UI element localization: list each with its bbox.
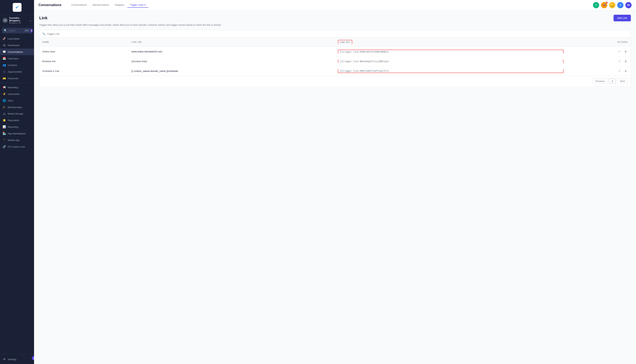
page-title: Conversations [39, 3, 62, 7]
sidebar-item-label: App Marketplace [8, 132, 26, 135]
edit-row1-button[interactable]: ✏ [618, 49, 621, 54]
sidebar-item-label: Media Storage [8, 112, 23, 115]
sidebar-item-label: Mobile App [8, 139, 20, 142]
user-avatar[interactable]: SD [625, 2, 631, 8]
memberships-icon: 🎓 [3, 106, 6, 109]
page-1-button[interactable]: 1 [609, 78, 616, 84]
notification-badge: 1 [606, 2, 608, 4]
sidebar-item-app-marketplace[interactable]: 🏪 App Marketplace [0, 130, 34, 137]
sidebar-item-contacts[interactable]: 👥 Contacts [0, 62, 34, 68]
conversations-icon: 💬 [3, 50, 6, 54]
delete-row2-button[interactable]: 🗑 [624, 59, 628, 64]
sidebar-item-conversations[interactable]: 💬 Conversations [0, 48, 34, 55]
edit-row2-button[interactable]: ✏ [618, 59, 621, 64]
page-description: Trigger links allow you to put links ins… [39, 24, 631, 26]
workspace-selector[interactable]: SB Susmitha - Bengaluru Bengaluru, KA ⌄ [0, 15, 34, 26]
main-content: Conversations Conversations Manual Actio… [34, 0, 636, 364]
cell-link-key: {{trigger_link.QDeobUgaXlSJjy1MQtuq}} [335, 56, 566, 66]
sidebar-item-label: Sites [8, 99, 13, 102]
sites-icon: 🌐 [3, 99, 6, 102]
help-icon[interactable]: ? [617, 2, 623, 8]
sidebar-bottom: ⚙ Settings ❮ [0, 354, 34, 364]
calendars-icon: 📅 [3, 57, 6, 60]
cp-custom-link-icon: 🔗 [3, 145, 6, 148]
tab-label: Trigger Links [130, 4, 144, 6]
mobile-app-icon: 📱 [3, 138, 6, 142]
bell-icon[interactable]: 🔔 [609, 2, 615, 8]
highlight-link-key-2: {{trigger_link.QDeobUgaXlSJjy1MQtuq}} [338, 60, 563, 63]
sidebar-item-launchpad[interactable]: 🚀 Launchpad [0, 35, 34, 42]
tab-snippets[interactable]: Snippets [112, 2, 127, 8]
cell-actions: ✏ 🗑 [566, 66, 631, 76]
tab-conversations[interactable]: Conversations [69, 2, 89, 8]
workspace-chevron-icon: ⌄ [29, 18, 32, 22]
nav-divider [0, 83, 34, 83]
col-header-name: Name [39, 38, 129, 47]
previous-button[interactable]: Previous [592, 78, 607, 84]
col-header-link-url: Link URL [129, 38, 335, 47]
highlight-link-key-1: {{trigger_link.RS0HcmRsSV1OQADlWKNk}} [338, 50, 563, 54]
cell-name: Reviews link [39, 56, 129, 66]
cell-link-key: {{trigger_link.R8HiFemRCx5aPt2gsCfn}} [335, 66, 566, 76]
next-button[interactable]: Next [617, 78, 628, 84]
app-marketplace-icon: 🏪 [3, 132, 6, 135]
logo-box: ✔ [13, 3, 22, 12]
col-header-actions: Actions [566, 38, 631, 47]
sidebar-item-automation[interactable]: ⚡ Automation [0, 91, 34, 97]
cell-actions: ✏ 🗑 [566, 56, 631, 66]
sidebar-logo: ✔ [0, 0, 34, 15]
table-card: 🔍 Name Link URL Link Key Actions [39, 30, 631, 86]
cell-link-key: {{trigger_link.RS0HcmRsSV1OQADlWKNk}} [335, 47, 566, 56]
reporting-icon: 📊 [3, 125, 6, 128]
sidebar-item-memberships[interactable]: 🎓 Memberships [0, 104, 34, 110]
sidebar-item-label: Marketing [8, 86, 18, 89]
sidebar-item-payments[interactable]: 💳 Payments [0, 75, 34, 82]
delete-row3-button[interactable]: 🗑 [624, 69, 628, 73]
table-row: Reviews link {{reviews.link}} {{trigger_… [39, 56, 631, 66]
sidebar-item-label: Conversations [8, 50, 23, 53]
tab-trigger-links[interactable]: Trigger Links ▾ [127, 2, 148, 8]
sidebar-item-opportunities[interactable]: ⬡ Opportunities [0, 68, 34, 75]
sidebar-item-settings[interactable]: ⚙ Settings [0, 356, 34, 362]
sidebar-item-label: Calendars [8, 57, 19, 60]
sidebar-item-label: Launchpad [8, 37, 20, 40]
cell-name: Online store [39, 47, 129, 56]
search-icon: 🔍 [4, 29, 7, 32]
add-link-button[interactable]: Add Link [613, 15, 631, 21]
col-header-link-key: Link Key [335, 38, 566, 47]
sidebar-item-dashboard[interactable]: ⊞ Dashboard [0, 42, 34, 48]
sidebar: ✔ SB Susmitha - Bengaluru Bengaluru, KA … [0, 0, 34, 364]
workspace-avatar: SB [3, 18, 8, 23]
search-kbd: ⌘K [24, 30, 29, 32]
check-circle-icon[interactable]: ✓ [593, 2, 599, 8]
table-filter-bar: 🔍 [39, 30, 631, 38]
sidebar-item-reporting[interactable]: 📊 Reporting [0, 124, 34, 130]
links-table: Name Link URL Link Key Actions Online st… [39, 38, 631, 76]
sidebar-item-marketing[interactable]: 📢 Marketing [0, 84, 34, 91]
logo-icon: ✔ [15, 5, 19, 10]
delete-row1-button[interactable]: 🗑 [624, 49, 628, 54]
highlight-link-key-3: {{trigger_link.R8HiFemRCx5aPt2gsCfn}} [338, 69, 563, 73]
payments-icon: 💳 [3, 77, 6, 80]
sidebar-item-mobile-app[interactable]: 📱 Mobile App [0, 137, 34, 144]
sidebar-nav: 🚀 Launchpad ⊞ Dashboard 💬 Conversations … [0, 35, 34, 150]
sidebar-item-calendars[interactable]: 📅 Calendars [0, 55, 34, 62]
search-input[interactable] [9, 30, 23, 32]
settings-icon: ⚙ [3, 358, 6, 361]
workspace-sub: Bengaluru, KA [9, 22, 28, 24]
tab-manual-actions[interactable]: Manual Actions [90, 2, 111, 8]
sidebar-item-media-storage[interactable]: 🗂 Media Storage [0, 110, 34, 117]
sidebar-item-cp-custom-link[interactable]: 🔗 CP Custom Link [0, 144, 34, 150]
search-box[interactable]: 🔍 ⌘K ⚡ [2, 28, 32, 34]
sidebar-item-label: Memberships [8, 106, 22, 109]
sidebar-item-label: Reputation [8, 119, 19, 122]
edit-row3-button[interactable]: ✏ [618, 69, 621, 73]
marketing-icon: 📢 [3, 86, 6, 89]
table-filter-input[interactable] [47, 32, 628, 35]
sidebar-item-sites[interactable]: 🌐 Sites [0, 97, 34, 104]
pagination: Previous 1 Next [39, 76, 631, 86]
cell-name: Schedule a Call [39, 66, 129, 76]
topbar-actions: ✓ 📣 1 🔔 ? SD [593, 2, 631, 8]
sidebar-item-reputation[interactable]: ⭐ Reputation [0, 117, 34, 124]
sidebar-item-label: Settings [8, 358, 16, 361]
